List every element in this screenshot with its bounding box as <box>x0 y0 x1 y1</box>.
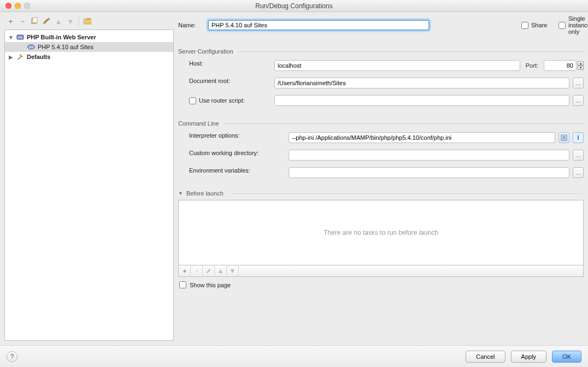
port-label: Port: <box>526 62 538 69</box>
before-up-button[interactable]: ▲ <box>215 265 227 276</box>
name-label: Name: <box>178 22 203 28</box>
folder-icon[interactable] <box>83 16 92 26</box>
tree-node-label: Defaults <box>27 54 50 60</box>
remove-config-button[interactable]: － <box>17 16 27 26</box>
host-input[interactable] <box>274 60 520 71</box>
docroot-input[interactable] <box>274 78 569 88</box>
before-add-button[interactable]: ＋ <box>179 265 191 276</box>
svg-point-2 <box>48 18 50 20</box>
docroot-browse-button[interactable]: … <box>573 78 584 88</box>
interpreter-options-input[interactable] <box>289 132 555 143</box>
name-input[interactable] <box>208 20 430 31</box>
port-step-down[interactable]: ▾ <box>578 66 584 70</box>
window-title: Run/Debug Configurations <box>0 2 588 10</box>
env-input[interactable] <box>289 167 569 178</box>
copy-config-button[interactable] <box>30 16 39 26</box>
cwd-input[interactable] <box>289 150 569 161</box>
ok-button[interactable]: OK <box>552 351 581 363</box>
before-launch-list[interactable]: There are no tasks to run before launch <box>178 200 584 265</box>
env-browse-button[interactable]: … <box>573 167 584 178</box>
titlebar: Run/Debug Configurations <box>0 0 588 12</box>
php-server-icon: php <box>16 33 25 42</box>
before-launch-caret-icon[interactable]: ▼ <box>178 191 183 196</box>
host-label: Host: <box>189 60 271 71</box>
before-edit-button[interactable] <box>203 265 215 276</box>
intopt-label: Interpreter options: <box>189 132 285 143</box>
show-page-checkbox[interactable]: Show this page <box>178 281 584 288</box>
help-button[interactable]: ? <box>7 351 17 362</box>
tree-node-defaults[interactable]: ▶ Defaults <box>5 52 173 62</box>
svg-rect-3 <box>84 19 91 24</box>
docroot-label: Document root: <box>189 78 271 88</box>
edit-defaults-button[interactable] <box>42 16 51 26</box>
svg-rect-1 <box>33 18 37 23</box>
share-checkbox[interactable]: Share <box>521 22 546 29</box>
config-toolbar: ＋ － ▲ ▼ <box>4 15 174 29</box>
single-instance-checkbox[interactable]: Single instance only <box>558 15 584 35</box>
before-down-button[interactable]: ▼ <box>227 265 239 276</box>
svg-rect-8 <box>17 57 21 60</box>
port-input[interactable] <box>544 60 577 71</box>
router-checkbox[interactable]: Use router script: <box>189 95 271 106</box>
router-input[interactable] <box>274 95 569 106</box>
cancel-button[interactable]: Cancel <box>466 351 505 363</box>
add-config-button[interactable]: ＋ <box>5 16 15 26</box>
tree-node-label: PHP 5.4.10 auf Sites <box>38 44 93 50</box>
command-line-title: Command Line <box>178 120 219 127</box>
cwd-label: Custom working directory: <box>189 150 285 161</box>
router-browse-button[interactable]: … <box>573 95 584 106</box>
before-remove-button[interactable]: － <box>191 265 203 276</box>
env-label: Environment variables: <box>189 167 285 178</box>
php-icon: php <box>27 43 36 51</box>
cwd-browse-button[interactable]: … <box>573 150 584 161</box>
apply-button[interactable]: Apply <box>511 351 547 363</box>
port-step-up[interactable]: ▴ <box>578 61 584 66</box>
svg-text:php: php <box>18 35 23 39</box>
config-tree[interactable]: ▼ php PHP Built-in Web Server php PHP 5.… <box>4 29 174 341</box>
tree-node-php-server[interactable]: ▼ php PHP Built-in Web Server <box>5 32 173 42</box>
wrench-icon <box>16 52 25 61</box>
expand-field-button[interactable] <box>558 132 569 143</box>
before-launch-empty-text: There are no tasks to run before launch <box>324 229 438 236</box>
tree-node-selected-config[interactable]: php PHP 5.4.10 auf Sites <box>5 42 173 52</box>
move-up-button[interactable]: ▲ <box>54 16 63 26</box>
before-launch-title: Before launch <box>186 190 224 197</box>
svg-text:php: php <box>29 45 34 49</box>
info-icon[interactable]: i <box>573 132 584 143</box>
move-down-button[interactable]: ▼ <box>66 16 75 26</box>
tree-node-label: PHP Built-in Web Server <box>27 34 96 40</box>
server-config-title: Server Configuration <box>178 48 233 55</box>
